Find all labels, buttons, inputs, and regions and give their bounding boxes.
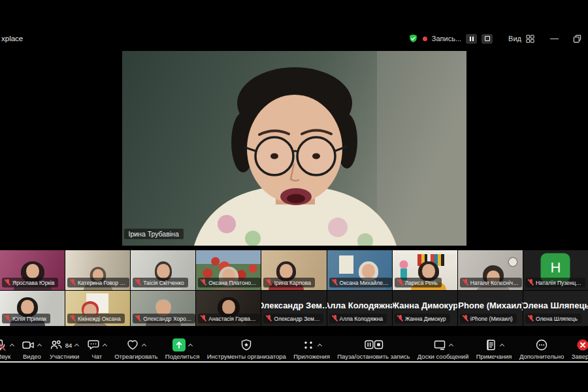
toolbar-pause-stop-record-button[interactable]: Пауза/остановить запись — [337, 338, 410, 360]
zoom-meeting-window: { "window": { "title": "xplace" }, "topb… — [0, 0, 588, 392]
toolbar-participants-button[interactable]: 84 Участники — [50, 338, 80, 360]
recording-dot-icon — [423, 37, 427, 41]
participant-nametag: Жанна Димокур — [395, 314, 450, 323]
participant-nametag: Анастасія Гарва… — [198, 314, 259, 323]
restore-window-button[interactable] — [573, 35, 581, 43]
participant-tile[interactable]: Олена Шляпець Олена Шляпець — [523, 291, 588, 326]
chat-options-caret[interactable] — [103, 343, 107, 348]
mic-muted-icon — [201, 279, 206, 286]
participants-count-badge: 84 — [65, 342, 73, 349]
participant-nametag: Ярослава Юрків — [2, 278, 58, 287]
grid-view-icon[interactable] — [526, 35, 534, 43]
participant-tile[interactable]: H Наталія Пузенц… — [523, 250, 588, 290]
apps-options-caret[interactable] — [318, 343, 322, 348]
participant-nametag: Юлія Примак — [2, 314, 50, 323]
mic-muted-icon — [0, 338, 7, 351]
mic-muted-icon — [70, 315, 76, 322]
participant-tile[interactable]: Катерина Говор … — [65, 250, 130, 290]
mic-muted-icon — [332, 315, 338, 322]
participant-tile[interactable]: Оксана Платоно… — [196, 250, 261, 290]
notes-options-caret[interactable] — [500, 343, 504, 348]
window-bottom-edge — [0, 361, 588, 363]
toolbar-end-meeting-button[interactable]: Заверш — [572, 338, 588, 360]
participant-nametag: Кікінежді Оксана — [67, 314, 125, 323]
whiteboards-options-caret[interactable] — [449, 343, 453, 348]
gallery-row-2: Юлія Примак Кікінежді Оксана Олександр Х… — [0, 291, 588, 326]
participant-tile[interactable]: Жанна Димокур Жанна Димокур — [393, 291, 457, 326]
toolbar-notes-button[interactable]: Примечания — [476, 338, 512, 360]
participant-tile[interactable]: Алла Колодяжна Алла Колодяжна — [327, 291, 392, 326]
end-call-icon — [576, 338, 588, 351]
toolbar-react-button[interactable]: Отреагировать — [114, 338, 157, 360]
participant-nametag: Катерина Говор … — [67, 278, 129, 287]
participants-options-caret[interactable] — [74, 343, 79, 348]
mic-muted-icon — [266, 279, 272, 286]
minimize-button[interactable]: — — [550, 35, 559, 42]
participant-tile[interactable]: iPhone (Михаил) iPhone (Михаил) — [458, 291, 523, 326]
share-options-caret[interactable] — [188, 343, 193, 348]
main-speaker-video[interactable]: Ірина Трубавіна — [122, 51, 466, 246]
participant-tile[interactable]: Олександр Зем… Олександр Зем… — [261, 291, 326, 326]
main-speaker-illustration — [122, 51, 466, 246]
participant-tile[interactable]: Лариса Рень — [393, 250, 457, 290]
video-options-caret[interactable] — [37, 343, 42, 348]
participant-nametag: Олександр Хоро… — [133, 314, 195, 323]
mic-muted-icon — [463, 315, 468, 322]
mic-muted-icon — [135, 315, 141, 322]
main-stage: Ірина Трубавіна — [0, 46, 588, 250]
stop-icon — [485, 36, 490, 41]
participant-tile[interactable]: Юлія Примак — [0, 291, 65, 326]
participant-tile[interactable]: Кікінежді Оксана — [65, 291, 130, 326]
participant-tile[interactable]: Наталя Колєсніч… — [458, 250, 523, 290]
mic-muted-icon — [397, 315, 403, 322]
stop-recording-button[interactable] — [482, 34, 493, 44]
audio-options-caret[interactable] — [10, 343, 14, 348]
toolbar-audio-button[interactable]: Звук — [0, 338, 14, 360]
window-topbar: xplace Запись... Вид — — [0, 30, 588, 47]
mic-muted-icon — [332, 279, 338, 286]
participant-tile[interactable]: Ярослава Юрків — [0, 250, 65, 290]
toolbar-apps-button[interactable]: Приложения — [293, 338, 330, 360]
heart-icon — [126, 338, 139, 351]
participant-nametag: Наталія Пузенц… — [525, 278, 585, 287]
participant-nametag: Лариса Рень — [395, 278, 442, 287]
shield-icon — [240, 338, 253, 351]
participant-nametag: Наталя Колєсніч… — [460, 278, 523, 287]
participant-nametag: Ірина Карпова — [263, 278, 315, 287]
participant-tile[interactable]: Ірина Карпова — [261, 250, 326, 290]
participant-tile[interactable]: Оксана Михайле… — [327, 250, 392, 290]
toolbar-chat-button[interactable]: Чат — [87, 338, 107, 360]
recording-label: Запись... — [432, 35, 461, 42]
participant-nametag: Оксана Платоно… — [198, 278, 260, 287]
pause-recording-button[interactable] — [466, 34, 477, 44]
participant-tile[interactable]: Таісія Скітченко — [131, 250, 195, 290]
toolbar-share-button[interactable]: Поделиться — [165, 338, 199, 360]
toolbar-more-button[interactable]: Дополнительно — [519, 338, 564, 360]
mic-muted-icon — [201, 315, 206, 322]
toolbar-video-button[interactable]: Видео — [22, 338, 42, 360]
mic-muted-icon — [5, 315, 10, 322]
pause-stop-icon — [363, 338, 384, 351]
window-title: xplace — [1, 35, 23, 42]
participant-nametag: Таісія Скітченко — [133, 278, 188, 287]
view-button[interactable]: Вид — [508, 35, 521, 42]
meeting-toolbar: Звук Видео 84 — [0, 336, 588, 362]
mic-muted-icon — [397, 279, 403, 286]
mic-muted-icon — [463, 279, 468, 286]
whiteboard-icon — [433, 338, 446, 351]
main-speaker-nametag: Ірина Трубавіна — [124, 229, 184, 239]
toolbar-whiteboards-button[interactable]: Доски сообщений — [417, 338, 468, 360]
toolbar-host-tools-button[interactable]: Инструменты организатора — [207, 338, 286, 360]
react-options-caret[interactable] — [142, 343, 146, 348]
participant-tile[interactable]: Анастасія Гарва… — [196, 291, 261, 326]
participants-icon — [50, 338, 63, 351]
mic-muted-icon — [135, 279, 141, 286]
mic-muted-icon — [528, 315, 534, 322]
participant-nametag: Оксана Михайле… — [329, 278, 392, 287]
participant-tile[interactable]: Олександр Хоро… — [131, 291, 195, 326]
apps-icon — [302, 338, 315, 351]
security-shield-icon[interactable] — [408, 33, 418, 44]
more-icon — [535, 338, 548, 351]
participant-nametag: Олександр Зем… — [263, 314, 323, 323]
topbar-controls: Запись... Вид — — [408, 33, 581, 44]
